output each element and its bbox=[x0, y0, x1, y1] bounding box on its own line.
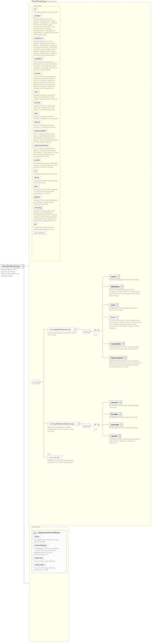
attr-why[interactable]: why bbox=[33, 112, 39, 115]
attr-valueunituri[interactable]: valueunituri bbox=[33, 563, 46, 566]
element-desc: In NAR 1.8 and later, 'facet' is depreca… bbox=[109, 319, 142, 329]
attr-desc: The unit of the value attribute. bbox=[33, 560, 59, 562]
occurrence: 0..∞ bbox=[94, 334, 97, 336]
element-desc: An identifier of a more specific concept… bbox=[109, 427, 142, 429]
root-type-name: Flex1ExtPropType bbox=[2, 265, 20, 268]
group-label: ConceptRelationshipsGroup bbox=[50, 423, 74, 425]
attr-uri[interactable]: uri bbox=[33, 169, 38, 172]
attr-pubconstraint[interactable]: pubconstraint bbox=[33, 129, 48, 132]
attr-value[interactable]: value bbox=[33, 535, 41, 538]
attr-desc: Indicates by which means the value was e… bbox=[33, 94, 59, 100]
attr-howuri[interactable]: howuri bbox=[33, 101, 42, 104]
attr-literal[interactable]: literal bbox=[33, 176, 41, 179]
attr-valuedatatype[interactable]: valuedatatype bbox=[33, 544, 48, 547]
any-other-element[interactable]: any ##other bbox=[48, 456, 62, 460]
group-desc: A group of properties to indicate relati… bbox=[48, 426, 80, 432]
expand-icon[interactable]: + bbox=[78, 423, 80, 425]
attr-desc: Why the metadata has been included - exp… bbox=[33, 116, 59, 120]
occurrence: 0..∞ bbox=[48, 453, 51, 455]
element-narrower[interactable]: narrower+ bbox=[109, 423, 123, 427]
expand-icon[interactable]: + bbox=[118, 435, 120, 437]
element-desc: A related concept, where the relationshi… bbox=[109, 438, 142, 444]
expand-icon[interactable]: + bbox=[116, 304, 118, 306]
attr-desc: The directionality of textual content (e… bbox=[33, 226, 59, 230]
attr-group-name: arbitraryValueAttributes bbox=[38, 532, 60, 534]
root-type-desc: Flexible generic PCL-type for controlled… bbox=[1, 268, 20, 277]
sequence-compositor-cdg[interactable] bbox=[83, 329, 90, 334]
concept-definition-group[interactable]: ConceptDefinitionGroup+ bbox=[48, 328, 77, 332]
element-remoteinfo[interactable]: remoteInfo+ bbox=[109, 342, 125, 346]
attr-custom[interactable]: custom bbox=[33, 72, 42, 75]
attr-desc: The local identifier of the property. bbox=[33, 11, 59, 13]
choice-switch-cdg[interactable] bbox=[94, 329, 99, 333]
expand-icon[interactable]: + bbox=[117, 276, 119, 278]
attr-desc: Specifies the language of this property … bbox=[33, 210, 59, 222]
attr-desc: If the property value is not defined, sp… bbox=[33, 18, 59, 36]
element-desc: A link to an item or a web resource whic… bbox=[109, 346, 142, 350]
expand-icon[interactable]: + bbox=[124, 357, 126, 359]
attr-type[interactable]: type bbox=[33, 184, 40, 188]
sequence-compositor-main[interactable] bbox=[32, 380, 40, 384]
attr-pubconstrainturi[interactable]: pubconstrainturi bbox=[33, 144, 50, 147]
group-label: ConceptDefinitionGroup bbox=[50, 328, 71, 331]
attr-desc: The type of the concept assigned as cont… bbox=[33, 199, 59, 205]
element-definition[interactable]: definition+ bbox=[109, 285, 123, 289]
extension-title: Flex1PropType (extension) bbox=[31, 0, 58, 2]
attr-qcode[interactable]: qcode bbox=[33, 158, 41, 162]
attributes-list: idThe local identifier of the property.c… bbox=[33, 7, 59, 230]
attr-desc: Why the metadata has been included - exp… bbox=[33, 124, 59, 128]
attr-typeuri[interactable]: typeuri bbox=[33, 195, 42, 199]
choice-switch-crg[interactable] bbox=[94, 423, 99, 427]
attr-id[interactable]: id bbox=[33, 7, 37, 11]
element-name[interactable]: name+ bbox=[109, 275, 120, 279]
occurrence: 0..∞ bbox=[94, 428, 97, 430]
expand-icon[interactable]: + bbox=[116, 316, 118, 318]
attr-whyuri[interactable]: whyuri bbox=[33, 120, 42, 124]
attr-desc: A URI which identifies a concept. bbox=[33, 173, 59, 175]
attr-desc: A qualified code which identifies a conc… bbox=[33, 162, 59, 168]
element-desc: Additional natural language information … bbox=[109, 307, 142, 311]
element-desc: A natural language name for the concept. bbox=[109, 279, 142, 280]
element-note[interactable]: note+ bbox=[109, 303, 119, 307]
attr-xml:lang[interactable]: xml:lang bbox=[33, 206, 43, 210]
group-icon: grp bbox=[33, 532, 37, 534]
expand-icon[interactable]: + bbox=[120, 424, 122, 426]
element-related[interactable]: related+ bbox=[109, 434, 121, 438]
attributes-box: attributes idThe local identifier of the… bbox=[32, 6, 60, 261]
attrs2-list: valueThe related value (see more in the … bbox=[33, 535, 65, 571]
sequence-compositor-crg[interactable] bbox=[83, 424, 90, 428]
expand-icon[interactable]: + bbox=[119, 413, 121, 415]
expand-icon[interactable]: + bbox=[119, 402, 121, 404]
expand-icon[interactable]: + bbox=[121, 286, 123, 288]
attr-modified[interactable]: modified bbox=[33, 57, 43, 60]
attr-valueunit[interactable]: valueunit bbox=[33, 556, 44, 560]
element-sameas[interactable]: sameAs+ bbox=[109, 400, 122, 404]
element-desc: An identifier of a more generic concept. bbox=[109, 416, 142, 418]
attr-creatoruri[interactable]: creatoruri bbox=[33, 36, 44, 40]
any-other-desc: Extension point for provider-defined pro… bbox=[48, 460, 76, 464]
element-facet[interactable]: facet+ bbox=[109, 315, 119, 319]
attr-desc: A concept identifier expressed as a free… bbox=[33, 180, 59, 184]
element-desc: A natural language definition of the sem… bbox=[109, 289, 142, 296]
attr-desc: The related value (see more in the spec … bbox=[33, 539, 59, 543]
attr-group-title: grp arbitraryValueAttributes bbox=[33, 532, 65, 534]
element-broader[interactable]: broader+ bbox=[109, 412, 122, 416]
attr-desc: The type of the concept assigned as cont… bbox=[33, 188, 59, 194]
expand-icon[interactable]: + bbox=[74, 328, 77, 331]
root-type-box[interactable]: Flex1ExtPropType − bbox=[1, 264, 24, 268]
attr-how[interactable]: how bbox=[33, 90, 40, 94]
attr-desc: If the property value is not defined, sp… bbox=[33, 40, 59, 56]
attr-dir[interactable]: dir bbox=[33, 222, 38, 226]
arbitrary-value-attributes-group: grp arbitraryValueAttributes valueThe re… bbox=[32, 530, 67, 573]
expand-icon[interactable]: + bbox=[122, 343, 124, 345]
attr-desc: One or many constraints that apply to pu… bbox=[33, 133, 59, 143]
attr-creator[interactable]: creator bbox=[33, 14, 42, 18]
element-desc: Represents the position of a concept in … bbox=[109, 360, 142, 368]
collapse-icon[interactable]: − bbox=[22, 265, 24, 268]
attr-desc: Indicates by which means the value was e… bbox=[33, 105, 59, 111]
element-hierarchyinfo[interactable]: hierarchyInfo+ bbox=[109, 356, 127, 360]
attr-desc: The date (and, optionally, the time) whe… bbox=[33, 61, 59, 71]
extension-name: Flex1PropType bbox=[32, 0, 46, 2]
attr-desc: The unit of the value attribute - expres… bbox=[33, 567, 59, 571]
concept-relationships-group[interactable]: ConceptRelationshipsGroup+ bbox=[48, 422, 80, 426]
